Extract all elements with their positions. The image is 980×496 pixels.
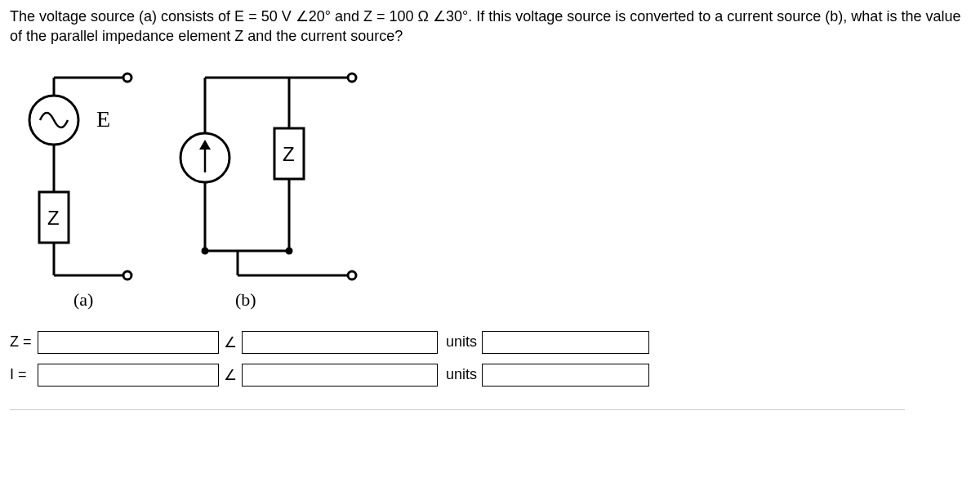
- i-angle-input[interactable]: [242, 364, 438, 387]
- z-answer-row: Z = ∠ units: [10, 331, 970, 354]
- z-b-label: Z: [283, 143, 295, 165]
- z-a-label: Z: [47, 207, 60, 229]
- i-units-label: units: [446, 366, 477, 383]
- i-units-input[interactable]: [482, 364, 649, 387]
- z-label: Z =: [10, 333, 38, 351]
- svg-point-10: [348, 74, 356, 82]
- svg-point-2: [123, 74, 131, 82]
- z-units-input[interactable]: [482, 331, 649, 354]
- question-text: The voltage source (a) consists of E = 5…: [10, 7, 970, 47]
- circuit-diagram: E Z (a) Z (b): [13, 61, 389, 323]
- circuit-svg: E Z (a) Z (b): [13, 61, 389, 323]
- angle-symbol-z: ∠: [224, 333, 237, 351]
- answer-section: Z = ∠ units I = ∠ units: [10, 331, 970, 387]
- svg-point-24: [348, 271, 356, 279]
- z-magnitude-input[interactable]: [38, 331, 219, 354]
- svg-point-8: [123, 271, 131, 279]
- z-angle-input[interactable]: [242, 331, 438, 354]
- i-answer-row: I = ∠ units: [10, 364, 970, 387]
- angle-symbol-i: ∠: [224, 366, 237, 384]
- divider: [10, 409, 905, 410]
- caption-b: (b): [235, 289, 256, 310]
- z-units-label: units: [446, 333, 477, 351]
- i-magnitude-input[interactable]: [38, 364, 219, 387]
- caption-a: (a): [74, 289, 93, 310]
- e-label: E: [96, 106, 110, 132]
- i-label: I =: [10, 366, 38, 383]
